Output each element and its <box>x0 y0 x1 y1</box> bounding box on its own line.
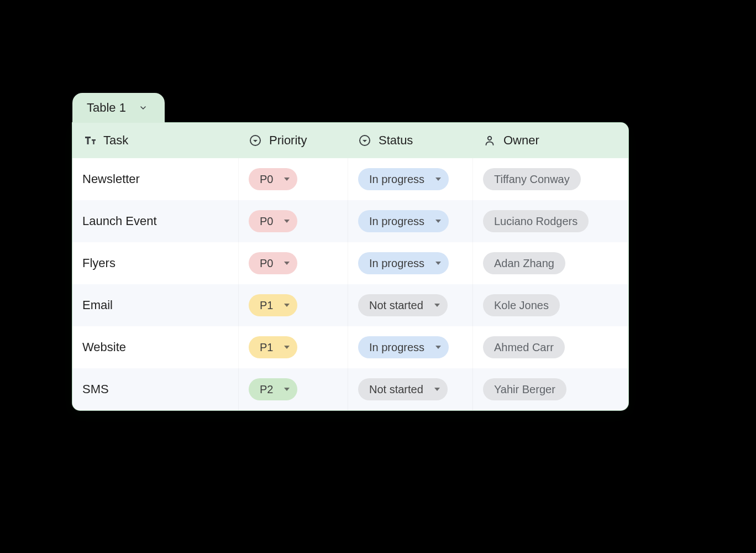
column-header-label: Task <box>103 133 128 148</box>
owner-chip[interactable]: Ahmed Carr <box>483 336 565 358</box>
task-label: Launch Event <box>82 214 157 228</box>
task-label: Newsletter <box>82 172 140 186</box>
caret-down-icon <box>284 346 290 349</box>
owner-chip[interactable]: Adan Zhang <box>483 252 565 274</box>
table-row: SMSP2Not startedYahir Berger <box>72 368 628 410</box>
svg-point-2 <box>488 137 491 140</box>
priority-cell: P2 <box>238 368 348 410</box>
table-row: EmailP1Not startedKole Jones <box>72 284 628 326</box>
owner-label: Adan Zhang <box>494 258 554 269</box>
column-header-owner[interactable]: Owner <box>473 133 628 148</box>
status-label: Not started <box>369 300 423 311</box>
table-row: Launch EventP0In progressLuciano Rodgers <box>72 200 628 242</box>
priority-chip[interactable]: P1 <box>249 336 297 358</box>
status-cell: In progress <box>348 326 473 368</box>
priority-cell: P0 <box>238 200 348 242</box>
table-body: NewsletterP0In progressTiffany ConwayLau… <box>72 158 628 410</box>
dropdown-icon <box>358 133 372 148</box>
column-header-label: Status <box>379 133 413 148</box>
chevron-down-icon <box>136 101 150 115</box>
priority-label: P0 <box>260 258 273 269</box>
priority-chip[interactable]: P1 <box>249 294 297 316</box>
status-label: In progress <box>369 342 424 353</box>
tab-strip: Table 1 <box>72 93 628 123</box>
table-row: NewsletterP0In progressTiffany Conway <box>72 158 628 200</box>
task-cell[interactable]: Newsletter <box>72 158 238 200</box>
caret-down-icon <box>434 304 440 307</box>
caret-down-icon <box>284 178 290 181</box>
priority-label: P2 <box>260 384 273 395</box>
owner-chip[interactable]: Kole Jones <box>483 294 560 316</box>
status-chip[interactable]: In progress <box>358 168 449 190</box>
status-label: Not started <box>369 384 423 395</box>
priority-cell: P0 <box>238 158 348 200</box>
caret-down-icon <box>435 178 441 181</box>
status-label: In progress <box>369 216 424 227</box>
priority-chip[interactable]: P2 <box>249 378 297 400</box>
table-tab-label: Table 1 <box>87 101 126 115</box>
task-label: SMS <box>82 382 109 397</box>
owner-cell: Yahir Berger <box>473 368 628 410</box>
person-icon <box>482 133 497 148</box>
priority-chip[interactable]: P0 <box>249 210 297 232</box>
task-cell[interactable]: SMS <box>72 368 238 410</box>
caret-down-icon <box>284 220 290 223</box>
owner-cell: Adan Zhang <box>473 242 628 284</box>
caret-down-icon <box>435 220 441 223</box>
task-label: Flyers <box>82 256 116 270</box>
priority-label: P1 <box>260 300 273 311</box>
task-cell[interactable]: Email <box>72 284 238 326</box>
status-cell: In progress <box>348 158 473 200</box>
caret-down-icon <box>284 304 290 307</box>
priority-chip[interactable]: P0 <box>249 252 297 274</box>
table-header-row: Task Priority Status Owner <box>72 123 628 158</box>
caret-down-icon <box>435 346 441 349</box>
caret-down-icon <box>435 262 441 265</box>
status-chip[interactable]: Not started <box>358 378 448 400</box>
table-row: WebsiteP1In progressAhmed Carr <box>72 326 628 368</box>
caret-down-icon <box>284 388 290 391</box>
owner-cell: Kole Jones <box>473 284 628 326</box>
owner-label: Luciano Rodgers <box>494 216 578 227</box>
priority-cell: P1 <box>238 326 348 368</box>
owner-label: Kole Jones <box>494 300 549 311</box>
status-chip[interactable]: Not started <box>358 294 448 316</box>
owner-cell: Ahmed Carr <box>473 326 628 368</box>
task-cell[interactable]: Launch Event <box>72 200 238 242</box>
table-chip-card: Table 1 Task Priority <box>72 93 628 410</box>
status-label: In progress <box>369 258 424 269</box>
column-header-label: Priority <box>269 133 307 148</box>
column-header-status[interactable]: Status <box>348 133 473 148</box>
status-chip[interactable]: In progress <box>358 336 449 358</box>
text-icon <box>82 133 97 148</box>
table-row: FlyersP0In progressAdan Zhang <box>72 242 628 284</box>
caret-down-icon <box>434 388 440 391</box>
dropdown-icon <box>248 133 262 148</box>
table-tab[interactable]: Table 1 <box>72 93 165 123</box>
column-header-label: Owner <box>503 133 539 148</box>
table-card: Task Priority Status Owner <box>72 123 628 410</box>
status-chip[interactable]: In progress <box>358 252 449 274</box>
status-label: In progress <box>369 174 424 185</box>
column-header-task[interactable]: Task <box>72 133 238 148</box>
task-label: Email <box>82 298 113 312</box>
owner-label: Yahir Berger <box>494 384 555 395</box>
priority-cell: P0 <box>238 242 348 284</box>
column-header-priority[interactable]: Priority <box>238 133 348 148</box>
status-cell: Not started <box>348 284 473 326</box>
status-cell: Not started <box>348 368 473 410</box>
owner-chip[interactable]: Luciano Rodgers <box>483 210 589 232</box>
caret-down-icon <box>284 262 290 265</box>
owner-label: Tiffany Conway <box>494 174 570 185</box>
task-cell[interactable]: Website <box>72 326 238 368</box>
priority-chip[interactable]: P0 <box>249 168 297 190</box>
priority-label: P0 <box>260 174 273 185</box>
owner-chip[interactable]: Yahir Berger <box>483 378 566 400</box>
task-label: Website <box>82 340 126 354</box>
priority-label: P0 <box>260 216 273 227</box>
owner-cell: Luciano Rodgers <box>473 200 628 242</box>
status-chip[interactable]: In progress <box>358 210 449 232</box>
task-cell[interactable]: Flyers <box>72 242 238 284</box>
status-cell: In progress <box>348 242 473 284</box>
owner-chip[interactable]: Tiffany Conway <box>483 168 581 190</box>
